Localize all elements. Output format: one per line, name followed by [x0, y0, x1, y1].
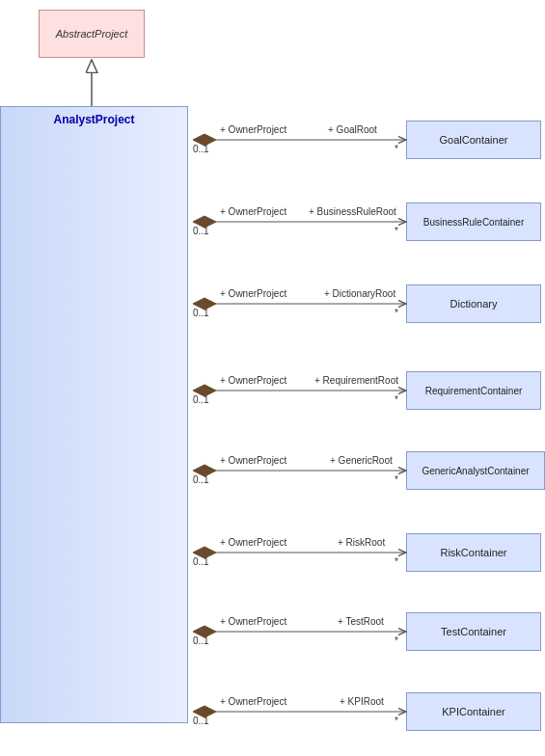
risk-association: + OwnerProject + RiskRoot 0..1 *: [193, 537, 406, 567]
dict-role-label: + DictionaryRoot: [324, 288, 395, 299]
dictionary-container-box: Dictionary: [406, 284, 541, 323]
businessrule-container-label: BusinessRuleContainer: [423, 217, 525, 228]
requirement-container-box: RequirementContainer: [406, 371, 541, 410]
goal-mult-left: 0..1: [193, 144, 209, 154]
dict-mult-right: *: [395, 308, 398, 318]
risk-role-label: + RiskRoot: [338, 537, 385, 548]
svg-marker-10: [193, 547, 216, 558]
kpi-mult-left: 0..1: [193, 716, 209, 726]
gen-mult-right: *: [395, 474, 398, 485]
risk-mult-left: 0..1: [193, 556, 209, 567]
svg-marker-4: [193, 298, 216, 310]
dictionary-association: + OwnerProject + DictionaryRoot 0..1 *: [193, 288, 406, 318]
requirement-association: + OwnerProject + RequirementRoot 0..1 *: [193, 375, 406, 405]
businessrule-association: + OwnerProject + BusinessRuleRoot 0..1 *: [193, 206, 406, 236]
req-owner-label: + OwnerProject: [220, 375, 286, 386]
generic-association: + OwnerProject + GenericRoot 0..1 *: [193, 455, 406, 485]
test-mult-left: 0..1: [193, 635, 209, 646]
gen-mult-left: 0..1: [193, 474, 209, 485]
test-association: + OwnerProject + TestRoot 0..1 *: [193, 616, 406, 646]
goal-container-box: GoalContainer: [406, 121, 541, 159]
risk-container-label: RiskContainer: [440, 547, 506, 558]
risk-owner-label: + OwnerProject: [220, 537, 286, 548]
test-role-label: + TestRoot: [338, 616, 384, 627]
req-role-label: + RequirementRoot: [314, 375, 398, 386]
test-mult-right: *: [395, 635, 398, 646]
br-mult-right: *: [395, 226, 398, 236]
kpi-mult-right: *: [395, 716, 398, 726]
kpi-container-box: KPIContainer: [406, 692, 541, 731]
svg-marker-8: [193, 465, 216, 476]
analyst-project-label: AnalystProject: [53, 113, 134, 126]
requirement-container-label: RequirementContainer: [425, 386, 523, 396]
abstract-project-label: AbstractProject: [56, 28, 128, 40]
abstract-project-box: AbstractProject: [39, 10, 145, 58]
goal-owner-label: + OwnerProject: [220, 124, 286, 135]
generic-container-box: GenericAnalystContainer: [406, 451, 545, 490]
test-owner-label: + OwnerProject: [220, 616, 286, 627]
gen-role-label: + GenericRoot: [330, 455, 393, 466]
kpi-owner-label: + OwnerProject: [220, 696, 286, 707]
svg-marker-6: [193, 385, 216, 396]
dict-owner-label: + OwnerProject: [220, 288, 286, 299]
svg-marker-12: [193, 626, 216, 637]
test-container-box: TestContainer: [406, 612, 541, 651]
risk-container-box: RiskContainer: [406, 533, 541, 572]
req-mult-right: *: [395, 394, 398, 405]
svg-marker-2: [193, 216, 216, 228]
kpi-association: + OwnerProject + KPIRoot 0..1 *: [193, 696, 406, 726]
generic-container-label: GenericAnalystContainer: [422, 466, 529, 476]
req-mult-left: 0..1: [193, 394, 209, 405]
dictionary-container-label: Dictionary: [450, 298, 498, 310]
analyst-project-box: AnalystProject: [0, 106, 188, 723]
businessrule-container-box: BusinessRuleContainer: [406, 202, 541, 241]
br-role-label: + BusinessRuleRoot: [309, 206, 396, 217]
goal-association: + OwnerProject + GoalRoot 0..1 *: [193, 124, 406, 154]
goal-role-label: + GoalRoot: [328, 124, 377, 135]
diagram-area: AbstractProject AnalystProject GoalConta…: [0, 0, 545, 756]
svg-marker-14: [193, 706, 216, 717]
risk-mult-right: *: [395, 556, 398, 567]
svg-marker-0: [193, 134, 216, 146]
br-owner-label: + OwnerProject: [220, 206, 286, 217]
goal-container-label: GoalContainer: [440, 134, 508, 146]
gen-owner-label: + OwnerProject: [220, 455, 286, 466]
kpi-role-label: + KPIRoot: [340, 696, 384, 707]
goal-mult-right: *: [395, 144, 398, 154]
test-container-label: TestContainer: [441, 626, 506, 637]
dict-mult-left: 0..1: [193, 308, 209, 318]
br-mult-left: 0..1: [193, 226, 209, 236]
kpi-container-label: KPIContainer: [442, 706, 504, 717]
